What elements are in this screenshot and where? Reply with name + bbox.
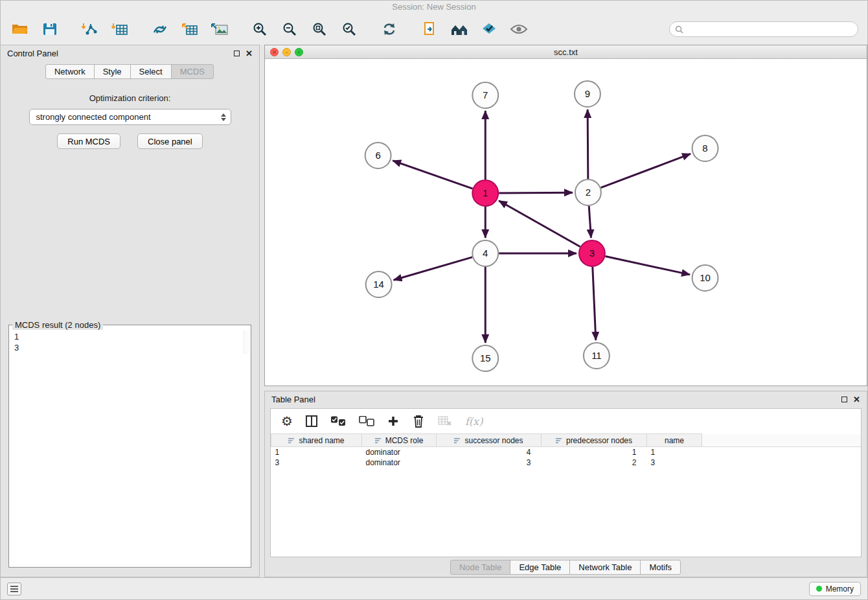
apply-style-icon[interactable] <box>479 19 499 40</box>
graph-node-8[interactable]: 8 <box>692 135 718 161</box>
cell-filler <box>702 447 862 457</box>
window-controls: ✕ − + <box>270 48 303 56</box>
export-table-icon[interactable] <box>179 19 200 40</box>
tab-motifs[interactable]: Motifs <box>640 560 681 575</box>
column-header-shared-name[interactable]: shared name <box>271 434 362 447</box>
zoom-out-icon[interactable] <box>279 19 300 40</box>
tab-mcds[interactable]: MCDS <box>171 64 214 79</box>
refresh-icon[interactable] <box>379 19 400 40</box>
memory-button[interactable]: Memory <box>809 582 861 596</box>
edge-3-10[interactable] <box>605 257 690 275</box>
edge-2-8[interactable] <box>601 154 691 187</box>
zoom-window-icon[interactable]: + <box>295 48 303 56</box>
export-image-icon[interactable] <box>209 19 230 40</box>
zoom-in-icon[interactable] <box>249 19 270 40</box>
cell-predecessor-nodes[interactable]: 1 <box>542 447 647 457</box>
edge-3-11[interactable] <box>593 267 596 340</box>
tab-network-table[interactable]: Network Table <box>569 560 641 575</box>
edge-1-2[interactable] <box>499 192 573 193</box>
deselect-all-icon[interactable] <box>359 416 374 426</box>
delete-column-icon[interactable] <box>412 414 425 428</box>
save-session-icon[interactable] <box>40 19 60 40</box>
cell-mcds-role[interactable]: dominator <box>362 447 437 457</box>
table-row[interactable]: 1 dominator 4 1 1 <box>271 447 862 457</box>
cell-successor-nodes[interactable]: 4 <box>437 447 542 457</box>
column-chooser-icon[interactable] <box>306 415 317 427</box>
network-graph[interactable]: 7968124314101511 <box>265 59 867 386</box>
network-overview-icon[interactable] <box>449 19 470 40</box>
add-column-icon[interactable] <box>387 415 399 427</box>
cell-name[interactable]: 1 <box>647 447 702 457</box>
tab-network[interactable]: Network <box>45 64 95 79</box>
export-group <box>150 19 230 40</box>
graph-node-7[interactable]: 7 <box>472 82 498 108</box>
task-history-icon[interactable] <box>7 583 21 595</box>
refresh-group <box>379 19 400 40</box>
column-header-name[interactable]: name <box>647 434 702 447</box>
cell-shared-name[interactable]: 3 <box>271 457 362 468</box>
node-label: 9 <box>585 88 590 99</box>
edges-layer <box>393 110 691 343</box>
graph-node-4[interactable]: 4 <box>472 240 498 266</box>
tab-style[interactable]: Style <box>94 64 131 79</box>
import-table-icon[interactable] <box>109 19 130 40</box>
graph-node-2[interactable]: 2 <box>575 179 601 205</box>
run-mcds-button[interactable]: Run MCDS <box>57 133 120 149</box>
zoom-fit-icon[interactable] <box>309 19 330 40</box>
close-panel-icon[interactable]: ✕ <box>246 51 253 57</box>
minimize-window-icon[interactable]: − <box>282 48 291 56</box>
import-group <box>80 19 130 40</box>
edge-2-9[interactable] <box>588 110 588 179</box>
open-session-icon[interactable] <box>10 19 30 40</box>
edge-1-6[interactable] <box>393 161 472 189</box>
edge-2-3[interactable] <box>589 206 591 238</box>
cell-mcds-role[interactable]: dominator <box>362 457 437 468</box>
select-all-icon[interactable] <box>330 416 346 426</box>
table-row[interactable]: 3 dominator 3 2 3 <box>271 457 862 468</box>
memory-label: Memory <box>826 584 854 594</box>
new-network-from-selection-icon[interactable] <box>419 19 440 40</box>
cell-name[interactable]: 3 <box>647 457 702 468</box>
optimization-criterion-select[interactable]: strongly connected component <box>29 109 231 125</box>
graph-node-10[interactable]: 10 <box>692 265 718 291</box>
column-label: MCDS role <box>385 436 424 445</box>
vertical-splitter[interactable] <box>260 45 264 577</box>
export-network-icon[interactable] <box>150 19 170 40</box>
edge-3-1[interactable] <box>499 201 580 247</box>
cell-predecessor-nodes[interactable]: 2 <box>542 457 647 468</box>
table-settings-icon[interactable]: ⚙ <box>281 415 293 428</box>
graph-node-14[interactable]: 14 <box>366 271 392 297</box>
zoom-selected-icon[interactable] <box>339 19 360 40</box>
result-scrollbar[interactable] <box>244 330 250 354</box>
edge-4-14[interactable] <box>394 257 473 280</box>
close-window-icon[interactable]: ✕ <box>270 48 279 56</box>
column-header-mcds-role[interactable]: MCDS role <box>362 434 437 447</box>
graph-node-11[interactable]: 11 <box>584 343 610 369</box>
graph-node-6[interactable]: 6 <box>365 143 391 168</box>
tab-select[interactable]: Select <box>130 64 172 79</box>
control-panel: Control Panel ✕ Network Style Select MCD… <box>1 45 260 577</box>
tab-node-table[interactable]: Node Table <box>450 560 511 575</box>
close-table-panel-icon[interactable]: ✕ <box>853 397 860 403</box>
graph-node-15[interactable]: 15 <box>472 345 498 371</box>
network-view-window: ✕ − + scc.txt 79681243141015 <box>264 45 867 386</box>
sort-icon <box>288 437 295 444</box>
show-hide-icon[interactable] <box>508 19 529 40</box>
float-table-panel-icon[interactable] <box>841 397 847 402</box>
tab-edge-table[interactable]: Edge Table <box>510 560 570 575</box>
float-panel-icon[interactable] <box>234 51 240 56</box>
network-canvas[interactable]: 7968124314101511 <box>265 59 867 386</box>
close-panel-button[interactable]: Close panel <box>137 133 203 149</box>
cell-shared-name[interactable]: 1 <box>271 447 362 457</box>
node-label: 1 <box>483 187 488 198</box>
graph-node-1[interactable]: 1 <box>472 180 498 206</box>
graph-node-3[interactable]: 3 <box>579 240 605 266</box>
column-header-successor-nodes[interactable]: successor nodes <box>437 434 542 447</box>
horizontal-splitter[interactable] <box>264 386 867 391</box>
column-header-predecessor-nodes[interactable]: predecessor nodes <box>542 434 647 447</box>
cell-successor-nodes[interactable]: 3 <box>437 457 542 468</box>
import-network-icon[interactable] <box>80 19 100 40</box>
sort-icon <box>454 437 461 444</box>
search-input[interactable] <box>687 25 852 34</box>
graph-node-9[interactable]: 9 <box>575 81 600 107</box>
